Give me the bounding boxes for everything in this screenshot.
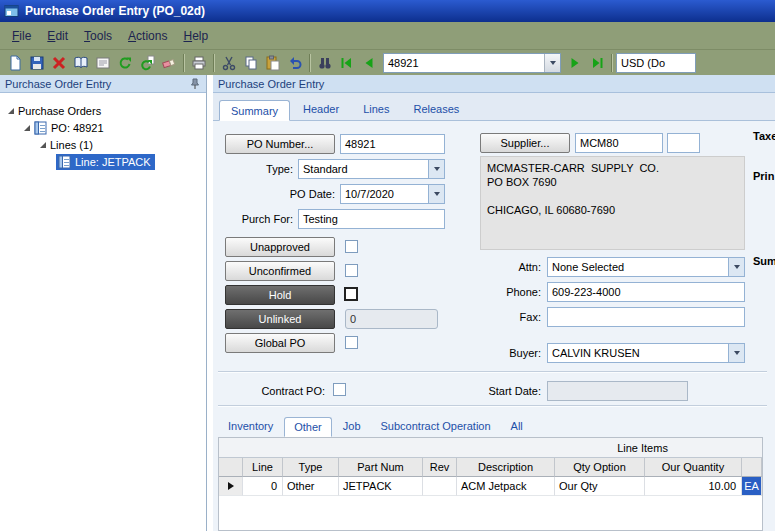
grid-header-type[interactable]: Type xyxy=(283,458,339,477)
unlinked-button[interactable]: Unlinked xyxy=(225,309,335,329)
tree-item-label: Line: JETPACK xyxy=(75,156,151,168)
tab-subcontract-operation[interactable]: Subcontract Operation xyxy=(372,417,500,437)
purch-for-field[interactable]: Testing xyxy=(298,209,445,229)
tree-item-purchase-orders[interactable]: Purchase Orders xyxy=(0,102,206,119)
app-window: Purchase Order Entry (PO_02d) File Edit … xyxy=(0,0,775,531)
menu-file[interactable]: File xyxy=(4,26,39,46)
pin-icon[interactable] xyxy=(189,78,201,90)
phone-label: Phone: xyxy=(443,286,541,298)
fax-field[interactable] xyxy=(547,307,745,327)
expander-icon[interactable] xyxy=(8,108,14,114)
tree-item-lines[interactable]: Lines (1) xyxy=(0,136,206,153)
search-icon[interactable] xyxy=(314,52,336,74)
grid-header-line[interactable]: Line xyxy=(243,458,283,477)
po-number-field[interactable]: 48921 xyxy=(340,134,445,154)
expander-icon[interactable] xyxy=(24,125,30,131)
first-record-icon[interactable] xyxy=(336,52,358,74)
menu-edit[interactable]: Edit xyxy=(39,26,76,46)
cell-type[interactable]: Other xyxy=(283,477,339,496)
grid-header-rev[interactable]: Rev xyxy=(423,458,457,477)
contract-po-checkbox[interactable] xyxy=(333,383,346,396)
grid-header-qty-option[interactable]: Qty Option xyxy=(555,458,645,477)
refresh-page-icon[interactable] xyxy=(136,52,158,74)
unapproved-checkbox[interactable] xyxy=(345,240,358,253)
currency-combobox[interactable]: USD (Do xyxy=(616,53,696,73)
undo-icon[interactable] xyxy=(284,52,306,74)
cell-our-quantity[interactable]: 10.00 xyxy=(645,477,742,496)
next-record-icon[interactable] xyxy=(564,52,586,74)
supplier-id-field[interactable]: MCM80 xyxy=(575,133,663,153)
grid-header-row: Line Type Part Num Rev Description Qty O… xyxy=(219,458,762,477)
grid-header-description[interactable]: Description xyxy=(457,458,555,477)
copy-icon[interactable] xyxy=(240,52,262,74)
card-icon[interactable] xyxy=(92,52,114,74)
record-navigator-combobox[interactable]: 48921 xyxy=(383,53,561,73)
tab-releases[interactable]: Releases xyxy=(402,99,470,120)
po-tree: Purchase Orders PO: 48921 Lines (1) Line… xyxy=(0,93,206,170)
tree-selection[interactable]: Line: JETPACK xyxy=(56,154,155,170)
unconfirmed-button[interactable]: Unconfirmed xyxy=(225,261,335,281)
cell-line[interactable]: 0 xyxy=(243,477,283,496)
print-icon[interactable] xyxy=(188,52,210,74)
global-po-button[interactable]: Global PO xyxy=(225,333,335,353)
buyer-label: Buyer: xyxy=(443,347,541,359)
chevron-down-icon[interactable] xyxy=(428,160,444,178)
menu-actions[interactable]: Actions xyxy=(120,26,175,46)
chevron-down-icon[interactable] xyxy=(428,185,444,203)
grid-header-our-quantity[interactable]: Our Quantity xyxy=(645,458,742,477)
tab-inventory[interactable]: Inventory xyxy=(219,417,282,437)
tab-job[interactable]: Job xyxy=(334,417,370,437)
line-doc-icon xyxy=(58,155,71,169)
chevron-down-icon[interactable] xyxy=(728,258,744,276)
hold-checkbox[interactable] xyxy=(344,287,358,301)
grid-data-row[interactable]: 0 Other JETPACK ACM Jetpack Our Qty 10.0… xyxy=(219,477,762,496)
cell-uom[interactable]: EA xyxy=(742,477,762,496)
cell-description[interactable]: ACM Jetpack xyxy=(457,477,555,496)
global-po-checkbox[interactable] xyxy=(345,336,358,349)
refresh-icon[interactable] xyxy=(114,52,136,74)
row-selector-cell[interactable] xyxy=(219,477,243,496)
po-number-button[interactable]: PO Number... xyxy=(225,134,335,154)
menu-tools[interactable]: Tools xyxy=(76,26,120,46)
expander-icon[interactable] xyxy=(40,142,46,148)
buyer-dropdown[interactable]: CALVIN KRUSEN xyxy=(547,343,745,363)
tab-other[interactable]: Other xyxy=(284,417,332,437)
cut-icon[interactable] xyxy=(218,52,240,74)
tree-item-po[interactable]: PO: 48921 xyxy=(0,119,206,136)
grid-header-uom[interactable] xyxy=(742,458,762,477)
prev-record-icon[interactable] xyxy=(358,52,380,74)
tab-header[interactable]: Header xyxy=(292,99,350,120)
po-date-picker[interactable]: 10/7/2020 xyxy=(340,184,445,204)
detail-panel-title: Purchase Order Entry xyxy=(218,78,324,90)
delete-icon[interactable] xyxy=(48,52,70,74)
hold-button[interactable]: Hold xyxy=(225,285,335,305)
supplier-button[interactable]: Supplier... xyxy=(480,133,570,153)
cell-rev[interactable] xyxy=(423,477,457,496)
toolbar-separator xyxy=(183,54,185,72)
tree-item-line-jetpack[interactable]: Line: JETPACK xyxy=(0,153,206,170)
type-dropdown[interactable]: Standard xyxy=(298,159,445,179)
tab-summary[interactable]: Summary xyxy=(219,100,290,121)
grid-header-part-num[interactable]: Part Num xyxy=(339,458,423,477)
toolbar: 48921 USD (Do xyxy=(0,50,775,75)
last-record-icon[interactable] xyxy=(586,52,608,74)
chevron-down-icon[interactable] xyxy=(544,54,560,72)
tab-lines[interactable]: Lines xyxy=(352,99,400,120)
attn-dropdown[interactable]: None Selected xyxy=(547,257,745,277)
unapproved-button[interactable]: Unapproved xyxy=(225,237,335,257)
cell-qty-option[interactable]: Our Qty xyxy=(555,477,645,496)
title-bar: Purchase Order Entry (PO_02d) xyxy=(0,0,775,22)
fax-label: Fax: xyxy=(443,311,541,323)
menu-help[interactable]: Help xyxy=(175,26,216,46)
chevron-down-icon[interactable] xyxy=(728,344,744,362)
paste-icon[interactable] xyxy=(262,52,284,74)
book-icon[interactable] xyxy=(70,52,92,74)
tab-all[interactable]: All xyxy=(502,417,532,437)
eraser-icon[interactable] xyxy=(158,52,180,74)
new-icon[interactable] xyxy=(4,52,26,74)
cell-part-num[interactable]: JETPACK xyxy=(339,477,423,496)
phone-field[interactable]: 609-223-4000 xyxy=(547,282,745,302)
save-icon[interactable] xyxy=(26,52,48,74)
supplier-extra-field[interactable] xyxy=(667,133,700,153)
unconfirmed-checkbox[interactable] xyxy=(345,264,358,277)
